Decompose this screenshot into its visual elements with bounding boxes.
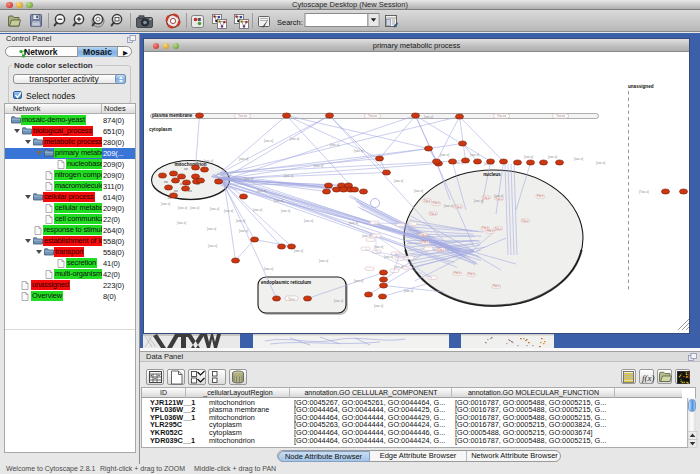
svg-text:mitochondrion: mitochondrion [174,162,206,167]
svg-text:Yxx-xx: Yxx-xx [238,114,248,118]
svg-text:[xxx-x]: [xxx-x] [384,255,393,259]
svg-text:[xxx-x]: [xxx-x] [264,139,273,143]
svg-text:Yxx-x: Yxx-x [420,233,427,237]
svg-text:Yxx-x: Yxx-x [424,199,431,203]
svg-text:Yxx-x: Yxx-x [487,229,494,233]
svg-text:nucleus: nucleus [483,172,501,177]
svg-text:[xxx-x]: [xxx-x] [548,155,557,159]
svg-text:[xxx-x]: [xxx-x] [319,259,328,263]
svg-text:[xxx-x]: [xxx-x] [290,137,299,141]
svg-text:Yxx-x: Yxx-x [495,227,502,231]
svg-text:cytoplasm: cytoplasm [149,127,172,132]
svg-text:[xxx-x]: [xxx-x] [330,143,339,147]
svg-text:[xxx-x]: [xxx-x] [239,157,248,161]
svg-text:Yxx-x: Yxx-x [433,201,440,205]
svg-text:Yxx-x: Yxx-x [454,271,461,275]
svg-text:[xxx-x]: [xxx-x] [470,153,479,157]
svg-text:[xxx-x]: [xxx-x] [177,221,186,225]
svg-text:plasma membrane: plasma membrane [152,113,193,118]
svg-text:[xxx-x]: [xxx-x] [236,219,245,223]
svg-text:[xxx-x]: [xxx-x] [354,279,363,283]
svg-text:[xxx-x]: [xxx-x] [274,199,283,203]
svg-text:[xxx-x]: [xxx-x] [204,159,213,163]
svg-text:Yxx-x: Yxx-x [430,212,437,216]
svg-text:[xxx-x]: [xxx-x] [334,299,343,303]
svg-text:[xxx-x]: [xxx-x] [208,244,217,248]
svg-text:[xxx-x]: [xxx-x] [524,155,533,159]
svg-text:[xxx-x]: [xxx-x] [210,207,219,211]
svg-text:[xxx-x]: [xxx-x] [440,153,449,157]
svg-text:[xxx-x]: [xxx-x] [596,161,605,165]
svg-text:[xxx-x]: [xxx-x] [362,234,371,238]
svg-text:[xxx-x]: [xxx-x] [404,289,413,293]
svg-text:[xxx-x]: [xxx-x] [239,229,248,233]
svg-text:Yxx-xx: Yxx-xx [497,114,507,118]
svg-text:Search:: Search: [277,18,303,27]
svg-text:Yxx-x: Yxx-x [537,194,544,198]
svg-text:[xxx-x]: [xxx-x] [264,267,273,271]
svg-text:f(x): f(x) [642,373,655,383]
svg-text:[xxx-x]: [xxx-x] [281,209,290,213]
svg-text:[xxx-x]: [xxx-x] [161,202,170,206]
svg-text:[xxx-x]: [xxx-x] [414,189,423,193]
svg-text:[xxx-x]: [xxx-x] [257,189,266,193]
svg-text:endoplasmic reticulum: endoplasmic reticulum [261,280,311,285]
svg-text:Yxx-x: Yxx-x [422,240,429,244]
svg-text:[xxx-x]: [xxx-x] [294,249,303,253]
svg-text:[xxx-x]: [xxx-x] [374,304,383,308]
svg-text:[xxx-x]: [xxx-x] [314,164,323,168]
svg-text:[Yxx-x]: [Yxx-x] [639,190,649,194]
svg-text:[xxx-x]: [xxx-x] [349,221,358,225]
svg-text:[xxx-x]: [xxx-x] [424,115,433,119]
svg-text:[xxx-x]: [xxx-x] [354,149,363,153]
svg-text:Yxx-x: Yxx-x [468,272,475,276]
svg-text:[xxx-x]: [xxx-x] [244,177,253,181]
svg-text:Yxx-x: Yxx-x [288,297,296,301]
svg-text:[xxx-x]: [xxx-x] [178,206,187,210]
svg-text:Yxx-x: Yxx-x [455,205,462,209]
svg-text:Yxx-x: Yxx-x [438,248,445,252]
svg-text:[xxx-x]: [xxx-x] [207,227,216,231]
svg-text:Yxx-x: Yxx-x [483,196,490,200]
svg-text:[xxx-x]: [xxx-x] [444,204,453,208]
svg-text:[xxx-x]: [xxx-x] [190,206,199,210]
svg-text:[xxx-x]: [xxx-x] [224,209,233,213]
svg-text:Yxx-x: Yxx-x [522,219,529,223]
svg-text:[xxx-x]: [xxx-x] [374,245,383,249]
svg-text:[xxx-x]: [xxx-x] [574,157,583,161]
svg-text:Yxx-x: Yxx-x [496,197,503,201]
svg-text:unassigned: unassigned [628,84,654,89]
svg-text:[xxx-x]: [xxx-x] [394,179,403,183]
svg-text:[xxx-x]: [xxx-x] [253,208,262,212]
svg-text:[xxx-x]: [xxx-x] [284,174,293,178]
svg-text:Yxx-xx: Yxx-xx [368,114,378,118]
svg-text:Yxx-x: Yxx-x [493,284,500,288]
svg-text:Yxx-xx: Yxx-xx [556,114,566,118]
svg-text:[xxx-x]: [xxx-x] [304,219,313,223]
